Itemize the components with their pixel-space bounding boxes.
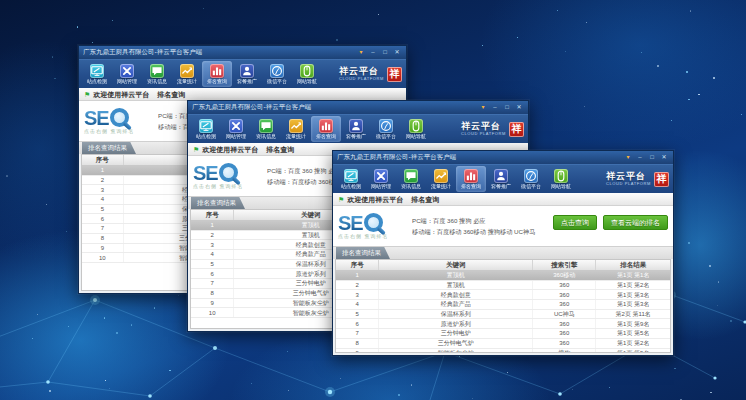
table-row[interactable]: 2置顶机360第1页 第2名 [336,281,670,291]
table-row[interactable]: 6原道炉系列360第1页 第9名 [336,319,670,329]
people-icon [349,119,363,133]
brand-subtitle: CLOUD PLATFORM [461,132,506,136]
tab-rank-results[interactable]: 排名查询结果 [336,247,390,260]
minimize-icon[interactable]: – [490,103,500,112]
toolbar-item-monitor[interactable]: 站点检测 [191,116,221,142]
star [154,307,155,308]
star [116,332,118,334]
tools-icon [374,169,388,183]
table-row[interactable]: 1置顶机360移动第1页 第1名 [336,271,670,281]
minimize-icon[interactable]: – [635,153,645,162]
brand-text: 祥云平台 CLOUD PLATFORM [606,172,651,186]
toolbar-item-label: 网站管理 [226,134,246,139]
star [641,52,642,53]
column-header: 序号 [82,155,124,165]
seo-logo-row: SE [84,108,154,127]
brand: 祥云平台 CLOUD PLATFORM 祥 [460,116,525,142]
table-row[interactable]: 7三分钟电炉360第1页 第5名 [336,329,670,339]
star [178,295,179,296]
toolbar-items: 站点检测网站管理资讯信息流量统计排名查询套餐推广微信平台网站导航 [336,166,605,192]
toolbar-item-compass[interactable]: 微信平台 [371,116,401,142]
close-icon[interactable]: ✕ [659,153,669,162]
toolbar-item-tools[interactable]: 网站管理 [112,61,142,87]
people-icon [494,169,508,183]
table-cell: 三分钟电炉 [379,329,533,338]
toolbar-item-bar-chart[interactable]: 排名查询 [202,61,232,87]
star [251,383,252,384]
titlebar[interactable]: 广东九鼎王厨具有限公司-祥云平台客户端 ▾ – □ ✕ [188,101,528,114]
table-cell: 3 [191,240,234,249]
bar-chart-icon [319,119,333,133]
star [37,314,38,315]
brand-badge-icon: 祥 [509,122,524,137]
skin-icon[interactable]: ▾ [478,103,488,112]
toolbar-item-line-chart[interactable]: 流量统计 [172,61,202,87]
toolbar-item-line-chart[interactable]: 流量统计 [281,116,311,142]
toolbar-item-line-chart[interactable]: 流量统计 [426,166,456,192]
maximize-icon[interactable]: □ [502,103,512,112]
table-cell: 搜狗 [533,349,596,354]
column-header: 序号 [336,260,379,270]
skin-icon[interactable]: ▾ [623,153,633,162]
table-row[interactable]: 9智能板灰尘炉搜狗第1页 第5名 [336,349,670,354]
toolbar-item-tools[interactable]: 网站管理 [221,116,251,142]
toolbar: 站点检测网站管理资讯信息流量统计排名查询套餐推广微信平台网站导航 祥云平台 CL… [79,59,406,88]
table-cell: 360 [533,281,596,290]
section-title: 排名查询 [411,196,439,203]
compass-icon [270,64,284,78]
table-cell: 6 [336,319,379,328]
star [288,390,289,391]
toolbar-item-mouse[interactable]: 网站导航 [546,166,576,192]
tab-rank-results[interactable]: 排名查询结果 [191,197,245,210]
table-cell: 360 [533,329,596,338]
star [718,281,720,283]
window-controls: ▾ – □ ✕ [356,48,402,57]
toolbar-item-mouse[interactable]: 网站导航 [401,116,431,142]
toolbar-item-compass[interactable]: 微信平台 [262,61,292,87]
query-button[interactable]: 点击查询 [553,215,597,230]
toolbar-item-label: 站点检测 [87,79,107,84]
toolbar-item-bar-chart[interactable]: 排名查询 [311,116,341,142]
toolbar-item-people[interactable]: 套餐推广 [341,116,371,142]
seo-logo-row: SE [193,163,263,182]
table-cell: 4 [82,195,124,204]
section-title: 排名查询 [266,146,294,153]
minimize-icon[interactable]: – [368,48,378,57]
star [49,390,51,392]
table-row[interactable]: 3经典款创意360第1页 第3名 [336,290,670,300]
table-row[interactable]: 4经典款产品360第1页 第3名 [336,300,670,310]
maximize-icon[interactable]: □ [380,48,390,57]
toolbar-item-chat[interactable]: 资讯信息 [396,166,426,192]
star [688,99,690,101]
titlebar[interactable]: 广东九鼎王厨具有限公司-祥云平台客户端 ▾ – □ ✕ [79,46,406,59]
toolbar-item-mouse[interactable]: 网站导航 [292,61,322,87]
star [411,384,412,385]
toolbar-item-bar-chart[interactable]: 排名查询 [456,166,486,192]
toolbar-item-monitor[interactable]: 站点检测 [82,61,112,87]
toolbar-item-compass[interactable]: 微信平台 [516,166,546,192]
skin-icon[interactable]: ▾ [356,48,366,57]
star [54,78,55,79]
toolbar-item-chat[interactable]: 资讯信息 [251,116,281,142]
close-icon[interactable]: ✕ [392,48,402,57]
table-cell: 2 [336,281,379,290]
magnifier-icon [110,108,129,127]
toolbar-item-tools[interactable]: 网站管理 [366,166,396,192]
seo-logo: SE 点击右侧 查询排名 [193,163,263,189]
titlebar[interactable]: 广东九鼎王厨具有限公司-祥云平台客户端 ▾ – □ ✕ [333,151,673,164]
maximize-icon[interactable]: □ [647,153,657,162]
toolbar-item-chat[interactable]: 资讯信息 [142,61,172,87]
toolbar-item-people[interactable]: 套餐推广 [486,166,516,192]
table-cell: 第1页 第2名 [596,281,669,290]
tab-rank-results[interactable]: 排名查询结果 [82,142,136,155]
table-row[interactable]: 5保温杯系列UC神马第2页 第11名 [336,310,670,320]
cloud-rank-button[interactable]: 查看云端的排名 [603,215,668,230]
star [109,388,110,389]
toolbar-item-people[interactable]: 套餐推广 [232,61,262,87]
star [77,26,79,28]
close-icon[interactable]: ✕ [514,103,524,112]
toolbar-item-monitor[interactable]: 站点检测 [336,166,366,192]
table-cell: 360 [533,339,596,348]
table-row[interactable]: 8三分钟电气炉360第1页 第2名 [336,339,670,349]
welcome-text: 欢迎使用祥云平台 [202,146,258,153]
